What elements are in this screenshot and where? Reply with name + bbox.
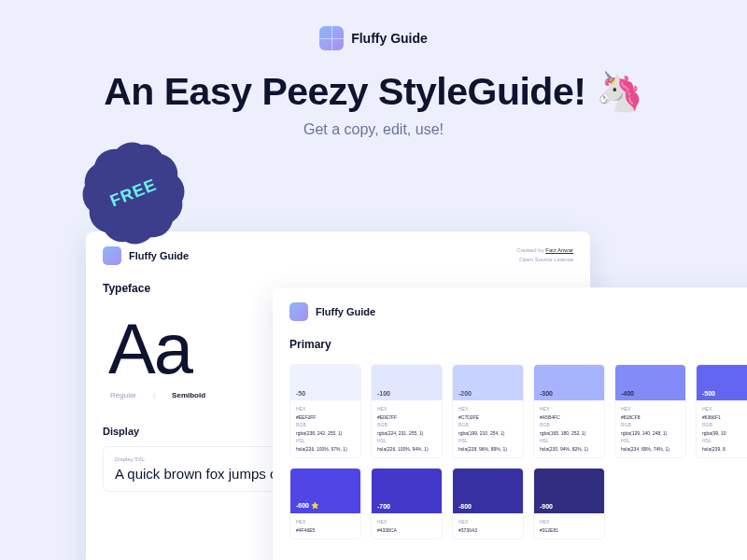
- swatch-step: -600 ⭐: [296, 502, 319, 510]
- swatch-chip: -600 ⭐: [290, 469, 360, 513]
- swatch-chip: -900: [534, 469, 604, 513]
- swatch-chip: -800: [453, 469, 523, 513]
- brand-icon: [289, 302, 308, 321]
- swatch-chip: -200: [453, 365, 523, 400]
- swatch-meta: HEX#C7D2FERGBrgba(199, 210, 254, 1)HSLhs…: [453, 400, 523, 457]
- color-swatch: -400HEX#818CF8RGBrgba(129, 140, 248, 1)H…: [614, 364, 686, 458]
- swatch-meta: HEX#312E81: [534, 513, 604, 539]
- swatch-chip: -100: [372, 365, 442, 400]
- weight-regular: Regular: [110, 391, 136, 399]
- subheadline: Get a copy, edit, use!: [0, 121, 747, 138]
- swatch-chip: -500: [697, 365, 747, 400]
- swatch-chip: -300: [534, 365, 604, 400]
- swatch-step: -300: [540, 390, 553, 397]
- brand-icon: [319, 26, 344, 50]
- color-swatch: -500HEX#6366F1RGBrgba(99, 10HSLhsla(239,…: [696, 364, 747, 458]
- card-meta: Created by Faiz Anwar Open Source Licens…: [516, 246, 573, 264]
- swatch-chip: -700: [372, 469, 442, 513]
- card-title: Fluffy Guide: [316, 306, 375, 317]
- swatch-row-1: -50HEX#EEF2FFRGBrgba(238, 242, 255, 1)HS…: [289, 364, 747, 458]
- color-swatch: -300HEX#A5B4FCRGBrgba(165, 180, 252, 1)H…: [533, 364, 605, 458]
- color-swatch: -200HEX#C7D2FERGBrgba(199, 210, 254, 1)H…: [452, 364, 524, 458]
- color-swatch: -800HEX#3730A3: [452, 468, 524, 539]
- swatch-meta: HEX#3730A3: [453, 513, 523, 539]
- created-label: Created by: [516, 247, 545, 253]
- swatch-step: -100: [377, 390, 390, 397]
- swatch-meta: HEX#4F46E5: [290, 513, 360, 539]
- card-header: Fluffy Guide CO: [289, 302, 747, 321]
- swatch-meta: HEX#E0E7FFRGBrgba(224, 231, 255, 1)HSLhs…: [372, 400, 442, 457]
- swatch-step: -800: [458, 503, 472, 510]
- section-primary: Primary: [289, 338, 747, 351]
- swatch-step: -400: [621, 390, 634, 397]
- color-swatch: -600 ⭐HEX#4F46E5: [289, 468, 361, 539]
- swatch-step: -900: [540, 503, 553, 510]
- swatch-chip: -400: [615, 365, 685, 400]
- brand-header: Fluffy Guide: [0, 0, 747, 50]
- swatch-meta: HEX#6366F1RGBrgba(99, 10HSLhsla(239, 8: [697, 400, 747, 457]
- color-swatch: -50HEX#EEF2FFRGBrgba(238, 242, 255, 1)HS…: [289, 364, 361, 458]
- swatch-step: -700: [377, 503, 390, 510]
- color-swatch: -900HEX#312E81: [533, 468, 605, 539]
- free-badge: FREE: [92, 151, 176, 235]
- author-link[interactable]: Faiz Anwar: [545, 247, 573, 253]
- card-header: Fluffy Guide Created by Faiz Anwar Open …: [103, 246, 573, 265]
- swatch-step: -50: [296, 390, 305, 397]
- swatch-row-2: -600 ⭐HEX#4F46E5-700HEX#4338CA-800HEX#37…: [289, 468, 747, 539]
- swatch-meta: HEX#818CF8RGBrgba(129, 140, 248, 1)HSLhs…: [615, 400, 685, 457]
- swatch-meta: HEX#A5B4FCRGBrgba(165, 180, 252, 1)HSLhs…: [534, 400, 604, 457]
- swatch-chip: -50: [290, 365, 360, 400]
- color-swatch: -700HEX#4338CA: [371, 468, 443, 539]
- swatch-meta: HEX#4338CA: [372, 513, 442, 539]
- weight-semibold: Semibold: [172, 391, 205, 399]
- swatch-meta: HEX#EEF2FFRGBrgba(238, 242, 255, 1)HSLhs…: [290, 400, 360, 457]
- card-title: Fluffy Guide: [129, 250, 189, 261]
- brand-icon: [103, 246, 121, 265]
- brand-name: Fluffy Guide: [351, 31, 428, 46]
- license-text: Open Source License: [516, 256, 573, 265]
- swatch-step: -500: [702, 390, 715, 397]
- colors-card: Fluffy Guide CO Primary -50HEX#EEF2FFRGB…: [273, 287, 747, 560]
- swatch-step: -200: [458, 390, 472, 397]
- headline: An Easy Peezy StyleGuide! 🦄: [0, 69, 747, 114]
- color-swatch: -100HEX#E0E7FFRGBrgba(224, 231, 255, 1)H…: [371, 364, 443, 458]
